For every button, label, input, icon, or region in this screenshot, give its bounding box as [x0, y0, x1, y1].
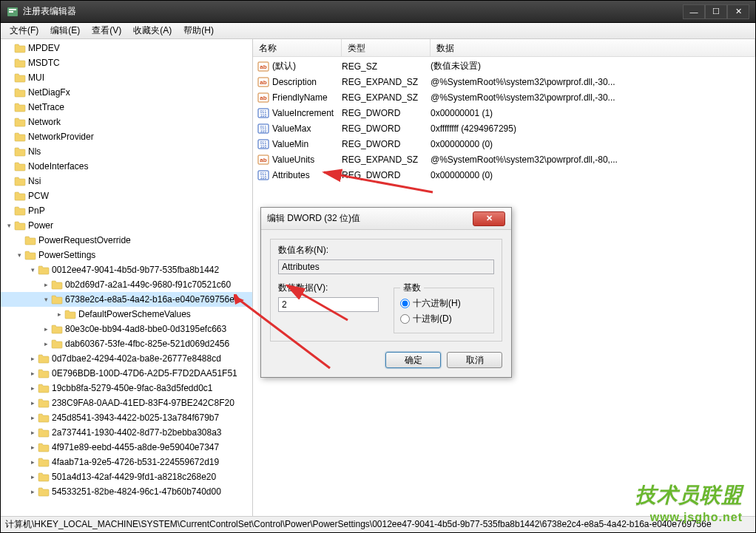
list-row[interactable]: 011110AttributesREG_DWORD0x00000000 (0) [253, 167, 755, 183]
tree-item[interactable]: MUI [1, 70, 252, 85]
tree-item[interactable]: ▸4faab71a-92e5-4726-b531-224559672d19 [1, 455, 252, 469]
close-button[interactable]: ✕ [727, 4, 749, 19]
tree-expander-icon[interactable] [4, 102, 14, 112]
radio-hex-label: 十六进制(H) [413, 297, 461, 310]
tree-item[interactable]: ▾6738e2c4-e8a5-4a42-b16a-e040e769756e [1, 292, 252, 307]
menu-help[interactable]: 帮助(H) [178, 23, 220, 38]
tree-item[interactable]: NetDiagFx [1, 85, 252, 100]
tree-expander-icon[interactable]: ▸ [27, 353, 38, 364]
tree-expander-icon[interactable] [4, 206, 14, 216]
radio-dec[interactable] [400, 314, 410, 324]
tree-item[interactable]: ▸2a737441-1930-4402-8d77-b2bebba308a3 [1, 425, 252, 440]
tree-expander-icon[interactable]: ▾ [27, 265, 38, 275]
menu-edit[interactable]: 编辑(E) [44, 23, 86, 38]
tree-label: 245d8541-3943-4422-b025-13a784f679b7 [52, 413, 219, 423]
tree-expander-icon[interactable]: ▸ [41, 279, 51, 290]
tree-pane[interactable]: MPDEVMSDTCMUINetDiagFxNetTraceNetworkNet… [1, 39, 253, 516]
tree-item[interactable]: ▸DefaultPowerSchemeValues [1, 307, 252, 322]
tree-expander-icon[interactable]: ▸ [27, 427, 38, 438]
list-row[interactable]: 011110ValueMinREG_DWORD0x00000000 (0) [253, 136, 755, 152]
tree-item[interactable]: ▾PowerSettings [1, 248, 252, 262]
menu-favorites[interactable]: 收藏夹(A) [127, 23, 178, 38]
value-type: REG_DWORD [342, 108, 431, 118]
tree-expander-icon[interactable] [4, 146, 14, 157]
value-name: ValueUnits [272, 155, 314, 165]
tree-item[interactable]: ▸238C9FA8-0AAD-41ED-83F4-97BE242C8F20 [1, 395, 252, 410]
tree-expander-icon[interactable]: ▸ [54, 309, 64, 319]
tree-item[interactable]: ▸0d7dbae2-4294-402a-ba8e-26777e8488cd [1, 351, 252, 366]
list-row[interactable]: 011110ValueMaxREG_DWORD0xffffffff (42949… [253, 120, 755, 136]
dialog-titlebar: 编辑 DWORD (32 位)值 ✕ [261, 208, 511, 230]
dialog-close-button[interactable]: ✕ [473, 211, 505, 226]
ok-button[interactable]: 确定 [385, 352, 441, 368]
cancel-button[interactable]: 取消 [447, 352, 502, 368]
tree-expander-icon[interactable] [4, 191, 14, 201]
tree-expander-icon[interactable] [4, 161, 14, 172]
tree-expander-icon[interactable] [4, 117, 14, 127]
tree-expander-icon[interactable]: ▸ [27, 383, 38, 393]
tree-expander-icon[interactable]: ▸ [27, 442, 38, 452]
tree-item[interactable]: PowerRequestOverride [1, 233, 252, 248]
tree-item[interactable]: Nls [1, 144, 252, 159]
value-data-input[interactable] [278, 297, 379, 312]
tree-item[interactable]: Network [1, 115, 252, 129]
tree-item[interactable]: ▸4f971e89-eebd-4455-a8de-9e59040e7347 [1, 440, 252, 455]
tree-expander-icon[interactable]: ▸ [27, 398, 38, 408]
tree-item[interactable]: NetTrace [1, 100, 252, 115]
tree-expander-icon[interactable] [4, 58, 14, 68]
tree-item[interactable]: Nsi [1, 174, 252, 189]
value-data: (数值未设置) [431, 60, 755, 72]
tree-item[interactable]: ▸0b2d69d7-a2a1-449c-9680-f91c70521c60 [1, 277, 252, 292]
tree-expander-icon[interactable]: ▸ [41, 324, 51, 334]
tree-item[interactable]: ▸0E796BDB-100D-47D6-A2D5-F7D2DAA51F51 [1, 366, 252, 381]
tree-expander-icon[interactable] [4, 176, 14, 186]
list-row[interactable]: abFriendlyNameREG_EXPAND_SZ@%SystemRoot%… [253, 89, 755, 105]
tree-expander-icon[interactable]: ▸ [27, 368, 38, 378]
tree-expander-icon[interactable]: ▸ [27, 457, 38, 467]
maximize-button[interactable]: ☐ [705, 4, 727, 19]
list-row[interactable]: 011110ValueIncrementREG_DWORD0x00000001 … [253, 105, 755, 120]
header-name[interactable]: 名称 [253, 39, 342, 56]
tree-expander-icon[interactable]: ▾ [14, 250, 24, 260]
tree-expander-icon[interactable] [14, 235, 24, 245]
header-type[interactable]: 类型 [342, 39, 431, 56]
list-row[interactable]: abValueUnitsREG_EXPAND_SZ@%SystemRoot%\s… [253, 152, 755, 167]
tree-expander-icon[interactable] [4, 132, 14, 142]
radio-hex[interactable] [400, 299, 410, 308]
tree-item[interactable]: MSDTC [1, 55, 252, 70]
tree-item[interactable]: ▾0012ee47-9041-4b5d-9b77-535fba8b1442 [1, 262, 252, 277]
tree-expander-icon[interactable]: ▸ [27, 486, 38, 497]
tree-item[interactable]: MPDEV [1, 41, 252, 55]
tree-item[interactable]: ▸19cbb8fa-5279-450e-9fac-8a3d5fedd0c1 [1, 381, 252, 395]
tree-item[interactable]: NetworkProvider [1, 129, 252, 144]
tree-label: Nls [28, 146, 41, 157]
tree-item[interactable]: PCW [1, 189, 252, 203]
tree-label: 0012ee47-9041-4b5d-9b77-535fba8b1442 [52, 265, 219, 275]
svg-rect-1 [9, 9, 16, 10]
tree-item[interactable]: ▾Power [1, 218, 252, 233]
tree-expander-icon[interactable] [4, 72, 14, 83]
tree-item[interactable]: ▸80e3c0e-bb94-4ad8-bbe0-0d3195efc663 [1, 322, 252, 336]
minimize-button[interactable]: — [683, 4, 705, 19]
tree-item[interactable]: ▸54533251-82be-4824-96c1-47b60b740d00 [1, 484, 252, 499]
dialog-title: 编辑 DWORD (32 位)值 [267, 212, 473, 225]
tree-expander-icon[interactable]: ▸ [27, 472, 38, 482]
tree-expander-icon[interactable]: ▾ [41, 294, 51, 305]
tree-expander-icon[interactable] [4, 43, 14, 53]
tree-item[interactable]: PnP [1, 203, 252, 218]
tree-expander-icon[interactable]: ▾ [4, 220, 14, 231]
tree-item[interactable]: ▸501a4d13-42af-4429-9fd1-a8218c268e20 [1, 469, 252, 484]
tree-item[interactable]: NodeInterfaces [1, 159, 252, 174]
menu-file[interactable]: 文件(F) [4, 23, 44, 38]
tree-expander-icon[interactable] [4, 87, 14, 98]
menu-view[interactable]: 查看(V) [86, 23, 127, 38]
header-data[interactable]: 数据 [431, 39, 755, 56]
value-name-label: 数值名称(N): [278, 244, 494, 257]
tree-item[interactable]: ▸245d8541-3943-4422-b025-13a784f679b7 [1, 410, 252, 425]
list-row[interactable]: ab(默认)REG_SZ(数值未设置) [253, 58, 755, 74]
tree-expander-icon[interactable]: ▸ [27, 413, 38, 423]
tree-expander-icon[interactable]: ▸ [41, 339, 51, 349]
tree-item[interactable]: ▸dab60367-53fe-4fbc-825e-521d069d2456 [1, 336, 252, 351]
list-row[interactable]: abDescriptionREG_EXPAND_SZ@%SystemRoot%\… [253, 74, 755, 89]
value-name: Description [272, 77, 317, 87]
